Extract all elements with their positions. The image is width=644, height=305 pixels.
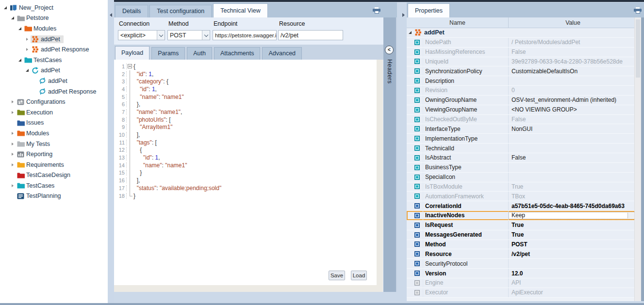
expand-icon[interactable] — [9, 184, 16, 187]
property-row-correlationid[interactable]: CorrelationIda57b51e5-05dc-4eab-8465-745… — [407, 201, 637, 211]
property-row-specialicon[interactable]: SpecialIcon — [407, 173, 637, 182]
property-row-nodepath[interactable]: NodePath/ Petstore/Modules/addPet — [407, 38, 637, 48]
expand-icon[interactable] — [9, 143, 16, 145]
tree-item-body[interactable]: addPet — [31, 66, 64, 75]
property-row-version[interactable]: Version12.0 — [407, 269, 637, 278]
collapse-right-icon[interactable] — [402, 13, 405, 17]
scrollbar-thumb[interactable] — [636, 19, 640, 78]
property-value[interactable]: /v2/pet — [509, 251, 637, 257]
collapse-icon[interactable] — [407, 31, 414, 34]
expand-icon[interactable] — [9, 100, 16, 103]
tree-item-body[interactable]: Configurations — [16, 98, 69, 106]
tab-payload[interactable]: Payload — [115, 46, 149, 60]
property-value[interactable]: POST — [509, 241, 637, 248]
tree-item-body[interactable]: TestCases — [23, 56, 65, 64]
property-value[interactable]: NonGUI — [509, 126, 637, 132]
editor-horizontal-scrollbar[interactable] — [114, 285, 383, 292]
project-tree[interactable]: New_ProjectPetstoreModulesaddPetaddPet R… — [0, 0, 108, 303]
tree-item-body[interactable]: My Tests — [16, 140, 53, 148]
tree-item-body[interactable]: Modules — [16, 129, 52, 137]
property-value[interactable]: 0 — [509, 87, 637, 94]
property-row-securityprotocol[interactable]: SecurityProtocol — [407, 259, 637, 269]
editor-vertical-scrollbar[interactable] — [377, 60, 383, 285]
property-row-isrequest[interactable]: IsRequestTrue — [407, 221, 637, 230]
collapse-icon[interactable] — [24, 69, 31, 72]
connection-select[interactable]: <explicit> — [118, 30, 165, 40]
property-row-messagesgenerated[interactable]: MessagesGeneratedTrue — [407, 230, 637, 240]
print-icon[interactable] — [634, 7, 642, 16]
property-value[interactable]: / Petstore/Modules/addPet — [509, 39, 637, 46]
property-value[interactable]: True — [509, 231, 637, 238]
collapse-icon[interactable] — [17, 59, 23, 62]
tab-technical-view[interactable]: Technical View — [213, 3, 267, 17]
property-value[interactable]: False — [509, 48, 637, 55]
tab-details[interactable]: Details — [115, 5, 148, 17]
headers-collapsed-panel[interactable]: < Headers — [383, 17, 396, 292]
property-value[interactable]: <NO VIEWING GROUP> — [509, 106, 637, 113]
print-icon[interactable] — [373, 7, 380, 16]
tree-item-addpet-response[interactable]: addPet Response — [0, 44, 108, 55]
expand-headers-icon[interactable]: < — [385, 46, 394, 54]
tree-item-addpet[interactable]: addPet — [0, 76, 108, 86]
tab-params[interactable]: Params — [151, 47, 185, 60]
property-value[interactable]: True — [509, 222, 637, 228]
tree-item-requirements[interactable]: Requirements — [0, 160, 108, 170]
tree-item-addpet[interactable]: addPet — [0, 34, 108, 45]
property-row-engine[interactable]: EngineAPI — [407, 278, 637, 288]
property-value[interactable]: True — [509, 183, 637, 190]
property-row-resource[interactable]: Resource/v2/pet — [407, 249, 637, 259]
save-button[interactable]: Save — [329, 271, 345, 280]
property-row-interfacetype[interactable]: InterfaceTypeNonGUI — [407, 124, 637, 134]
tree-item-body[interactable]: addPet Response — [31, 46, 92, 53]
property-value[interactable]: 39e92789-0633-9c4a-2280-378b56e528de — [509, 58, 637, 65]
tree-item-modules[interactable]: Modules — [0, 23, 108, 34]
property-row-technicalid[interactable]: TechnicalId — [407, 144, 637, 153]
tab-test-configuration[interactable]: Test configuration — [149, 5, 212, 17]
property-value[interactable]: CustomizableDefaultIsOn — [509, 68, 637, 75]
property-group-row-addpet[interactable]: addPet — [407, 28, 637, 38]
tree-item-body[interactable]: addPet Response — [38, 87, 99, 96]
column-header-name[interactable]: Name — [407, 17, 509, 28]
property-value[interactable]: API — [509, 279, 637, 286]
tree-item-addpet-response[interactable]: addPet Response — [0, 86, 108, 97]
tree-item-testcases[interactable]: TestCases — [0, 180, 108, 191]
property-value[interactable]: TBox — [509, 193, 637, 200]
tab-advanced[interactable]: Advanced — [262, 47, 302, 60]
tree-item-reporting[interactable]: Reporting — [0, 149, 108, 160]
property-row-synchronizationpolicy[interactable]: SynchronizationPolicyCustomizableDefault… — [407, 66, 637, 76]
load-button[interactable]: Load — [351, 271, 367, 280]
property-row-description[interactable]: Description — [407, 76, 637, 86]
tab-auth[interactable]: Auth — [187, 47, 212, 60]
tree-item-body[interactable]: Petstore — [16, 14, 52, 22]
tree-item-issues[interactable]: Issues — [0, 118, 108, 128]
tab-properties[interactable]: Properties — [408, 3, 450, 17]
property-value[interactable]: a57b51e5-05dc-4eab-8465-745d0da69a63 — [509, 203, 637, 209]
resource-input[interactable]: /v2/pet — [278, 30, 343, 40]
tree-item-execution[interactable]: Execution — [0, 107, 108, 118]
property-row-uniqueid[interactable]: UniqueId39e92789-0633-9c4a-2280-378b56e5… — [407, 57, 637, 67]
tab-attachments[interactable]: Attachments — [214, 47, 260, 60]
property-row-implementationtype[interactable]: ImplementationType — [407, 134, 637, 144]
endpoint-input[interactable]: https://petstore.swagger.io — [213, 30, 277, 40]
tree-item-testplanning[interactable]: TestPlanning — [0, 191, 108, 202]
tree-item-my-tests[interactable]: My Tests — [0, 139, 108, 149]
property-row-ischeckedoutbyme[interactable]: IsCheckedOutByMeFalse — [407, 115, 637, 125]
property-row-automationframework[interactable]: AutomationFrameworkTBox — [407, 192, 637, 201]
expand-icon[interactable] — [24, 48, 31, 51]
property-row-businesstype[interactable]: BusinessType — [407, 163, 637, 173]
collapse-icon[interactable] — [17, 27, 23, 30]
fold-collapse-icon[interactable] — [127, 63, 133, 70]
property-value-editor[interactable]: Keep — [509, 212, 636, 220]
collapse-left-icon[interactable] — [110, 13, 112, 17]
expand-icon[interactable] — [24, 38, 31, 41]
property-row-inactivenodes[interactable]: InactiveNodesKeep — [407, 211, 637, 221]
tree-item-body[interactable]: Reporting — [16, 150, 56, 158]
collapse-icon[interactable] — [2, 6, 9, 9]
tree-item-body[interactable]: Issues — [16, 119, 47, 127]
properties-grid[interactable]: addPetNodePath/ Petstore/Modules/addPetH… — [407, 28, 637, 298]
property-row-viewinggroupname[interactable]: ViewingGroupName<NO VIEWING GROUP> — [407, 105, 637, 115]
tree-item-body[interactable]: addPet — [31, 35, 64, 43]
property-row-isabstract[interactable]: IsAbstractFalse — [407, 153, 637, 163]
column-header-value[interactable]: Value — [509, 17, 637, 28]
property-row-hasmissingreferences[interactable]: HasMissingReferencesFalse — [407, 48, 637, 57]
